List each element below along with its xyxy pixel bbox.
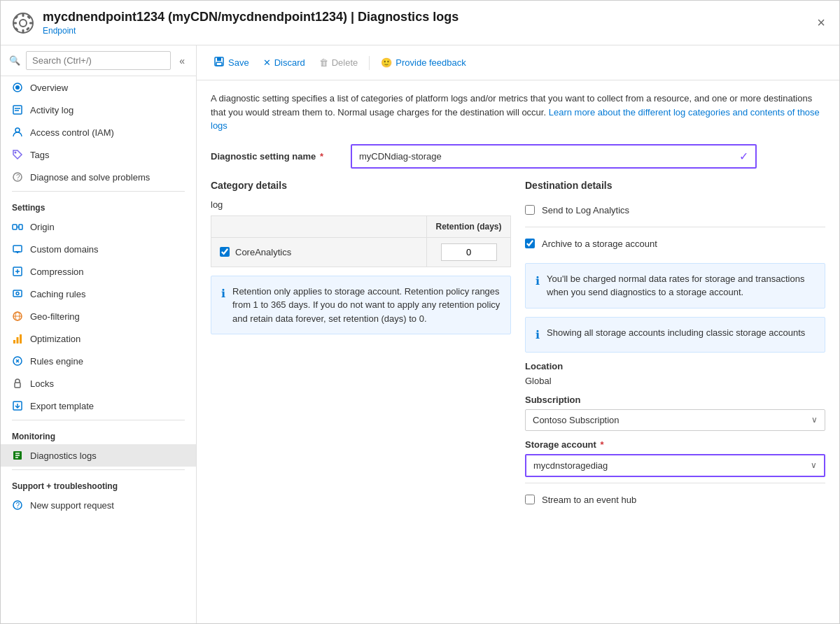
discard-button[interactable]: ✕ Discard: [258, 54, 311, 71]
setting-name-value: myCDNdiag-storage: [359, 151, 442, 162]
sidebar-item-compression[interactable]: Compression: [1, 260, 196, 283]
page-subtitle: Endpoint: [43, 26, 458, 36]
close-button[interactable]: ×: [814, 12, 828, 34]
search-input[interactable]: [26, 51, 171, 70]
archive-storage-option: Archive to a storage account: [525, 233, 825, 255]
log-table-header-row: Retention (days): [211, 216, 510, 238]
svg-point-1: [20, 20, 27, 27]
log-table-data-row: CoreAnalytics: [211, 238, 510, 267]
sidebar-item-geo[interactable]: Geo-filtering: [1, 305, 196, 327]
sidebar-item-diagnostics-logs[interactable]: Diagnostics logs: [1, 444, 196, 467]
toolbar-separator: [369, 56, 370, 70]
svg-point-11: [15, 85, 20, 90]
delete-button[interactable]: 🗑 Delete: [314, 54, 364, 71]
feedback-label: Provide feedback: [396, 57, 465, 68]
sidebar-item-locks[interactable]: Locks: [1, 372, 196, 395]
retention-info-text: Retention only applies to storage accoun…: [232, 285, 500, 326]
sidebar-item-iam-label: Access control (IAM): [30, 127, 114, 138]
sidebar-item-support[interactable]: ? New support request: [1, 494, 196, 516]
search-icon: 🔍: [9, 55, 20, 66]
form-content: A diagnostic setting specifies a list of…: [197, 80, 839, 522]
delete-label: Delete: [332, 57, 358, 68]
log-analytics-option: Send to Log Analytics: [525, 199, 825, 221]
storage-account-label: Storage account *: [525, 439, 825, 450]
feedback-icon: 🙂: [381, 57, 392, 68]
sidebar-item-overview[interactable]: Overview: [1, 76, 196, 99]
sidebar-item-compression-label: Compression: [30, 267, 84, 277]
setting-name-field[interactable]: myCDNdiag-storage ✓: [351, 144, 757, 169]
header-title-group: mycdnendpoint1234 (myCDN/mycdnendpoint12…: [43, 10, 458, 36]
charge-info-box: ℹ You'll be charged normal data rates fo…: [525, 263, 825, 309]
svg-rect-35: [20, 334, 22, 343]
locks-icon: [12, 378, 23, 389]
feedback-button[interactable]: 🙂 Provide feedback: [375, 54, 471, 71]
sidebar-item-iam[interactable]: Access control (IAM): [1, 121, 196, 143]
sidebar-item-diagnostics-logs-label: Diagnostics logs: [30, 451, 97, 461]
svg-rect-5: [29, 22, 33, 24]
sidebar: 🔍 « Overview Activity log Ac: [1, 45, 197, 623]
svg-rect-47: [217, 57, 221, 61]
svg-rect-34: [17, 337, 19, 343]
header: mycdnendpoint1234 (myCDN/mycdnendpoint12…: [1, 1, 839, 45]
geo-icon: [12, 311, 23, 322]
showing-storage-box: ℹ Showing all storage accounts including…: [525, 317, 825, 353]
subscription-chevron-icon: ∨: [811, 415, 818, 425]
activity-log-icon: [12, 104, 23, 115]
log-analytics-label[interactable]: Send to Log Analytics: [542, 205, 629, 215]
sidebar-item-activity-log-label: Activity log: [30, 105, 74, 115]
setting-name-label: Diagnostic setting name *: [211, 151, 351, 162]
storage-account-dropdown[interactable]: mycdnstoragediag ∨: [525, 454, 825, 477]
stream-hub-label[interactable]: Stream to an event hub: [542, 495, 636, 505]
storage-chevron-icon: ∨: [811, 460, 817, 470]
retention-input[interactable]: [441, 243, 497, 261]
search-box: 🔍 «: [1, 45, 196, 76]
sidebar-item-optimization[interactable]: Optimization: [1, 327, 196, 350]
sidebar-item-origin[interactable]: Origin: [1, 215, 196, 238]
support-icon: ?: [12, 499, 23, 511]
subscription-dropdown[interactable]: Contoso Subscription ∨: [525, 409, 825, 431]
core-analytics-label: CoreAnalytics: [235, 247, 291, 257]
custom-domains-icon: [12, 243, 23, 255]
sidebar-item-tags-label: Tags: [30, 150, 49, 160]
archive-storage-label[interactable]: Archive to a storage account: [542, 239, 657, 249]
destination-details-header: Destination details: [525, 180, 825, 191]
storage-required-marker: *: [600, 439, 603, 450]
sidebar-item-activity-log[interactable]: Activity log: [1, 99, 196, 121]
diagnostic-setting-name-row: Diagnostic setting name * myCDNdiag-stor…: [211, 144, 825, 169]
core-analytics-checkbox[interactable]: [220, 247, 230, 257]
sidebar-item-rules[interactable]: Rules engine: [1, 350, 196, 372]
sidebar-item-locks-label: Locks: [30, 378, 54, 389]
sidebar-item-origin-label: Origin: [30, 222, 55, 232]
svg-rect-28: [13, 290, 22, 297]
sidebar-item-diagnose[interactable]: ? Diagnose and solve problems: [1, 166, 196, 188]
header-left: mycdnendpoint1234 (myCDN/mycdnendpoint12…: [12, 10, 458, 36]
svg-rect-12: [13, 106, 22, 114]
monitoring-section-header: Monitoring: [1, 423, 196, 444]
svg-text:?: ?: [16, 502, 20, 509]
tags-icon: [12, 149, 23, 160]
destination-details-col: Destination details Send to Log Analytic…: [525, 180, 825, 511]
location-value: Global: [525, 376, 825, 386]
log-analytics-checkbox[interactable]: [525, 205, 535, 215]
compression-icon: [12, 266, 23, 277]
sidebar-item-optimization-label: Optimization: [30, 334, 80, 344]
sidebar-item-custom-domains[interactable]: Custom domains: [1, 238, 196, 260]
sidebar-item-export[interactable]: Export template: [1, 395, 196, 417]
save-button[interactable]: Save: [208, 52, 255, 73]
svg-point-29: [16, 292, 19, 295]
svg-rect-48: [216, 62, 222, 66]
overview-icon: [12, 82, 23, 93]
svg-rect-2: [22, 13, 24, 17]
sidebar-item-tags[interactable]: Tags: [1, 143, 196, 166]
info-icon: ℹ: [221, 285, 225, 326]
svg-rect-21: [19, 225, 22, 229]
category-details-col: Category details log Retention (days) Co…: [211, 180, 511, 511]
archive-storage-checkbox[interactable]: [525, 239, 535, 248]
stream-hub-checkbox[interactable]: [525, 495, 535, 504]
collapse-button[interactable]: «: [176, 54, 188, 68]
charge-info-icon: ℹ: [536, 273, 540, 299]
gear-icon: [12, 12, 34, 34]
toolbar: Save ✕ Discard 🗑 Delete 🙂 Provide feedba…: [197, 45, 839, 80]
sidebar-item-caching[interactable]: Caching rules: [1, 283, 196, 305]
diagnose-icon: ?: [12, 171, 23, 183]
